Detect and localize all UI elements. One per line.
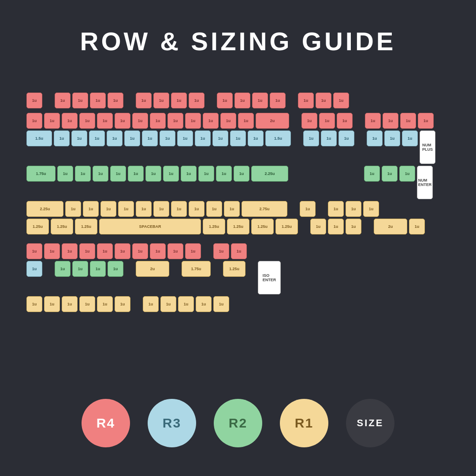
key-8[interactable]: 1u [167, 113, 183, 129]
key-num3[interactable]: 1u [399, 166, 415, 182]
extra-bot-1[interactable]: 1u [26, 296, 42, 312]
key-d[interactable]: 1u [93, 166, 108, 182]
key-k[interactable]: 1u [181, 166, 197, 182]
extra-r3-1u[interactable]: 1u [26, 261, 42, 277]
key-e[interactable]: 1u [89, 130, 105, 146]
key-menu[interactable]: 1.25u [251, 219, 274, 234]
key-num-div[interactable]: 1u [418, 113, 434, 129]
key-home[interactable]: 1u [319, 113, 335, 129]
extra-r4-3[interactable]: 1u [62, 243, 78, 259]
key-num4[interactable]: 1u [367, 130, 383, 146]
key-prtsc[interactable]: 1u [298, 93, 314, 108]
key-6[interactable]: 1u [132, 113, 148, 129]
key-up[interactable]: 1u [300, 201, 316, 217]
key-num-plus[interactable]: NUMPLUS [420, 130, 435, 164]
key-1[interactable]: 1u [44, 113, 60, 129]
key-num6[interactable]: 1u [402, 130, 418, 146]
extra-r4-8[interactable]: 1u [150, 243, 166, 259]
extra-bot-3[interactable]: 1u [62, 296, 78, 312]
key-f11[interactable]: 1u [252, 93, 268, 108]
extra-bot-2[interactable]: 1u [44, 296, 60, 312]
key-lctrl[interactable]: 1.25u [26, 219, 49, 234]
key-num0[interactable]: 2u [374, 219, 407, 234]
key-ralt[interactable]: 1.25u [203, 219, 225, 234]
key-t[interactable]: 1u [124, 130, 140, 146]
key-f12[interactable]: 1u [270, 93, 286, 108]
key-right[interactable]: 1u [346, 219, 361, 234]
key-f6[interactable]: 1u [153, 93, 169, 108]
key-lwin[interactable]: 1.25u [51, 219, 73, 234]
extra-bot-8[interactable]: 1u [160, 296, 176, 312]
extra-r4-12[interactable]: 1u [231, 243, 247, 259]
key-f[interactable]: 1u [110, 166, 126, 182]
extra-bot-5[interactable]: 1u [97, 296, 113, 312]
key-v[interactable]: 1u [118, 201, 134, 217]
key-h[interactable]: 1u [145, 166, 161, 182]
key-equal[interactable]: 1u [238, 113, 254, 129]
key-ins[interactable]: 1u [301, 113, 317, 129]
extra-bot-6[interactable]: 1u [115, 296, 130, 312]
key-caps[interactable]: 1.75u [26, 166, 56, 182]
key-rctrl[interactable]: 1.25u [275, 219, 298, 234]
key-n[interactable]: 1u [153, 201, 169, 217]
key-down[interactable]: 1u [328, 219, 344, 234]
key-num9[interactable]: 1u [400, 113, 416, 129]
key-7[interactable]: 1u [150, 113, 166, 129]
key-backspace[interactable]: 2u [256, 113, 289, 129]
key-lshift[interactable]: 2.25u [26, 201, 63, 217]
key-backtick[interactable]: 1u [26, 113, 42, 129]
key-l[interactable]: 1u [198, 166, 214, 182]
key-9[interactable]: 1u [185, 113, 201, 129]
extra-r4-4[interactable]: 1u [79, 243, 95, 259]
key-3[interactable]: 1u [79, 113, 95, 129]
extra-bot-11[interactable]: 1u [213, 296, 229, 312]
key-quote[interactable]: 1u [234, 166, 249, 182]
key-z[interactable]: 1u [65, 201, 81, 217]
key-enter[interactable]: 2.25u [251, 166, 288, 182]
extra-r1-175u[interactable]: 1.75u [182, 261, 211, 277]
key-minus[interactable]: 1u [220, 113, 236, 129]
key-end[interactable]: 1u [321, 130, 337, 146]
key-rwin[interactable]: 1.25u [227, 219, 249, 234]
extra-r4-1[interactable]: 1u [26, 243, 42, 259]
key-c[interactable]: 1u [100, 201, 116, 217]
key-semicolon[interactable]: 1u [216, 166, 232, 182]
key-g[interactable]: 1u [128, 166, 144, 182]
extra-r4-5[interactable]: 1u [97, 243, 113, 259]
key-f7[interactable]: 1u [171, 93, 187, 108]
key-pgup[interactable]: 1u [337, 113, 353, 129]
extra-r2-1u-3[interactable]: 1u [90, 261, 106, 277]
extra-r2-1u-1[interactable]: 1u [55, 261, 71, 277]
key-r[interactable]: 1u [107, 130, 123, 146]
extra-r4-9[interactable]: 1u [167, 243, 183, 259]
key-f3[interactable]: 1u [90, 93, 106, 108]
key-scroll[interactable]: 1u [316, 93, 331, 108]
key-esc[interactable]: 1u [26, 93, 42, 108]
key-left[interactable]: 1u [310, 219, 326, 234]
key-num0-l[interactable]: 1u [328, 201, 344, 217]
extra-bot-7[interactable]: 1u [143, 296, 159, 312]
key-slash[interactable]: 1u [224, 201, 240, 217]
key-u[interactable]: 1u [160, 130, 175, 146]
key-p[interactable]: 1u [212, 130, 228, 146]
key-lalt[interactable]: 1.25u [75, 219, 97, 234]
key-pause[interactable]: 1u [333, 93, 349, 108]
extra-r2-1u-2[interactable]: 1u [72, 261, 88, 277]
key-num5[interactable]: 1u [384, 130, 400, 146]
key-backslash[interactable]: 1.5u [265, 130, 291, 146]
key-lbracket[interactable]: 1u [230, 130, 246, 146]
key-comma[interactable]: 1u [189, 201, 205, 217]
extra-r4-11[interactable]: 1u [213, 243, 229, 259]
key-a[interactable]: 1u [57, 166, 73, 182]
key-num2[interactable]: 1u [382, 166, 398, 182]
extra-bot-4[interactable]: 1u [79, 296, 95, 312]
key-q[interactable]: 1u [54, 130, 70, 146]
key-iso-enter[interactable]: ISOENTER [258, 261, 281, 294]
key-num0-r[interactable]: 1u [346, 201, 361, 217]
key-4[interactable]: 1u [97, 113, 113, 129]
extra-bot-9[interactable]: 1u [178, 296, 194, 312]
key-f4[interactable]: 1u [108, 93, 123, 108]
extra-r1-2u[interactable]: 2u [136, 261, 169, 277]
key-f9[interactable]: 1u [217, 93, 233, 108]
key-x[interactable]: 1u [83, 201, 99, 217]
